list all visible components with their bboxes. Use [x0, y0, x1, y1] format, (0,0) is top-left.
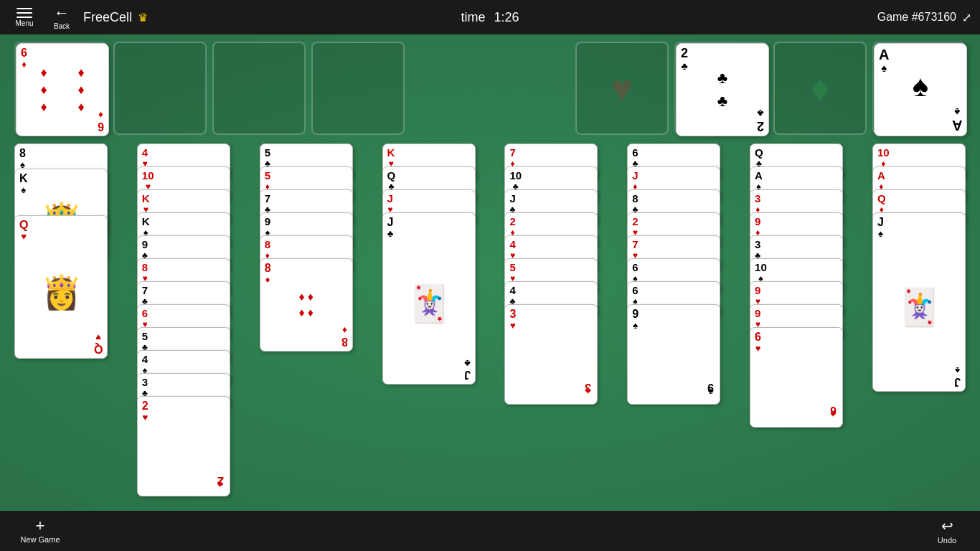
hearts-symbol: ♥ — [611, 67, 633, 110]
card-center-pip: ♠ — [913, 69, 928, 103]
freecell-3[interactable] — [212, 42, 306, 135]
crown-icon: ♛ — [138, 11, 148, 24]
c3-jc[interactable]: J ♣ 🃏 J ♣ — [382, 212, 476, 385]
expand-icon[interactable]: ⤢ — [962, 11, 971, 24]
time-value: 1:26 — [494, 10, 519, 25]
hamburger-icon — [17, 8, 32, 18]
game-area: 6 ♦ ♦ ♦ ♦ ♦ ♦ ♦ 6 ♦ — [0, 34, 980, 511]
c1-2h[interactable]: 2 ♥ 2 ♥ — [137, 396, 230, 496]
foundations: ♥ 2 ♣ ♣ ♣ 2 ♣ — [575, 42, 966, 135]
foundation-spades[interactable]: A ♠ ♠ A ♠ — [872, 42, 966, 135]
header-left: Menu ← Back FreeCell ♛ — [9, 1, 148, 33]
header: Menu ← Back FreeCell ♛ time 1:26 Game #6… — [0, 0, 980, 34]
menu-button[interactable]: Menu — [9, 1, 40, 33]
game-info: Game #673160 ⤢ — [877, 11, 971, 24]
freecells: 6 ♦ ♦ ♦ ♦ ♦ ♦ ♦ 6 ♦ — [14, 42, 405, 135]
back-button[interactable]: ← Back — [46, 1, 77, 33]
column-4: 7 ♦ 10 ♣ J ♣ 2 ♦ — [504, 143, 598, 502]
foundation-clubs[interactable]: 2 ♣ ♣ ♣ 2 ♣ — [674, 42, 768, 135]
freecell-1[interactable]: 6 ♦ ♦ ♦ ♦ ♦ ♦ ♦ 6 ♦ — [14, 42, 108, 135]
diamonds-symbol: ♦ — [811, 67, 830, 110]
c6-6h[interactable]: 6 ♥ 6 ♥ — [750, 327, 843, 428]
c4-3h[interactable]: 3 ♥ 3 ♥ — [504, 304, 598, 405]
freecell-card-1[interactable]: 6 ♦ ♦ ♦ ♦ ♦ ♦ ♦ 6 ♦ — [16, 43, 109, 136]
back-arrow-icon: ← — [54, 5, 70, 21]
column-2: 5 ♣ 5 ♦ 7 ♣ 9 ♠ — [260, 143, 353, 445]
column-6: Q ♣ A ♠ 3 ♦ 9 ♦ — [750, 143, 843, 545]
freecell-2[interactable] — [113, 42, 207, 135]
column-1: 4 ♥ 10 ♥ K ♥ K ♠ — [137, 143, 230, 551]
menu-label: Menu — [15, 19, 33, 27]
card-br: 6 ♦ — [98, 110, 104, 133]
card-pips: ♣ ♣ — [717, 69, 727, 110]
column-7: 10 ♦ A ♦ Q ♦ J ♠ — [872, 143, 966, 466]
time-label: time — [461, 10, 485, 25]
back-label: Back — [54, 22, 70, 30]
freecell-4[interactable] — [311, 42, 405, 135]
card-br: 2 ♣ — [757, 108, 764, 133]
foundation-hearts[interactable]: ♥ — [575, 42, 669, 135]
queen-face: 👸 — [21, 232, 101, 352]
tableau: 8 ♠ 8 ♠ K ♠ 🤴 K ♠ — [14, 143, 966, 551]
column-0: 8 ♠ 8 ♠ K ♠ 🤴 K ♠ — [14, 143, 108, 466]
card-tl: A ♠ — [879, 47, 889, 75]
card-br: A ♠ — [952, 105, 962, 133]
card-tl: 2 ♣ — [681, 47, 688, 72]
c2-8d2[interactable]: 8 ♦ ♦ ♦ ♦ ♦ 8 ♦ — [260, 258, 353, 352]
game-number: Game #673160 — [877, 11, 956, 24]
column-5: 6 ♣ J ♦ 8 ♣ 2 ♥ — [627, 143, 720, 502]
card-pips: ♦ ♦ ♦ ♦ ♦ ♦ — [25, 64, 100, 116]
top-row: 6 ♦ ♦ ♦ ♦ ♦ ♦ ♦ 6 ♦ — [14, 42, 966, 135]
foundation-card-clubs[interactable]: 2 ♣ ♣ ♣ 2 ♣ — [676, 43, 769, 136]
c7-js[interactable]: J ♠ 🃏 J ♠ — [872, 212, 966, 392]
app-title-text: FreeCell — [83, 10, 132, 25]
foundation-diamonds[interactable]: ♦ — [773, 42, 867, 135]
app-title: FreeCell ♛ — [83, 10, 148, 25]
foundation-card-spades[interactable]: A ♠ ♠ A ♠ — [874, 43, 967, 136]
column-3: K ♥ Q ♣ J ♥ J ♣ — [382, 143, 476, 452]
timer-display: time 1:26 — [461, 10, 519, 25]
jack-face: 🃏 — [389, 229, 469, 378]
card-qh[interactable]: Q ♥ 👸 Q ♥ — [14, 215, 108, 359]
c5-9s[interactable]: 9 ♠ 9 ♠ — [627, 304, 720, 405]
jack-spades-face: 🃏 — [879, 229, 959, 385]
